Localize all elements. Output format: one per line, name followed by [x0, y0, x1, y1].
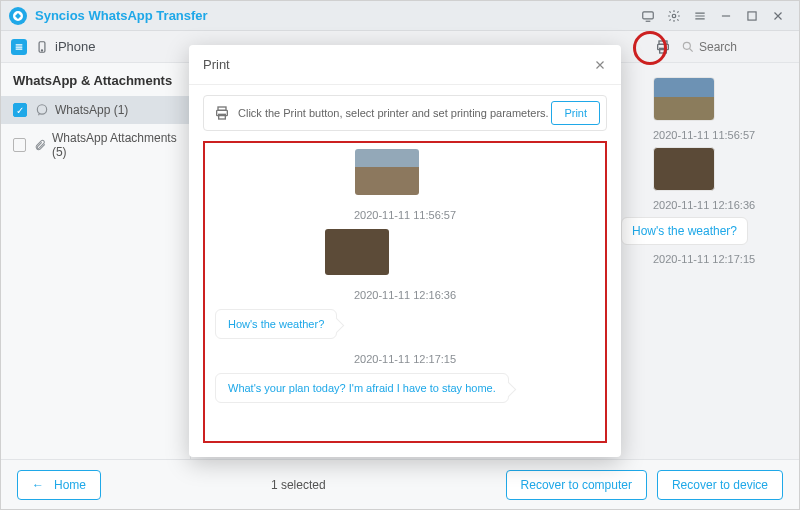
sidebar-item-whatsapp[interactable]: WhatsApp (1) [1, 96, 190, 124]
svg-point-8 [683, 42, 690, 49]
dialog-close-button[interactable] [593, 58, 607, 72]
message-timestamp: 2020-11-11 12:17:15 [215, 353, 595, 365]
app-title: Syncios WhatsApp Transfer [35, 8, 208, 23]
message-bubble: What's your plan today? I'm afraid I hav… [215, 373, 509, 403]
message-image [355, 149, 419, 195]
svg-rect-2 [748, 11, 756, 19]
sidebar-item-label: WhatsApp Attachments (5) [52, 131, 178, 159]
message-image [653, 77, 715, 121]
sidebar-item-label: WhatsApp (1) [55, 103, 128, 117]
message-bubble: How's the weather? [621, 217, 748, 245]
close-icon[interactable] [765, 3, 791, 29]
arrow-left-icon: ← [32, 478, 44, 492]
sidebar: WhatsApp & Attachments WhatsApp (1) What… [1, 63, 191, 461]
checkbox-icon[interactable] [13, 138, 26, 152]
sidebar-section-title: WhatsApp & Attachments [1, 63, 190, 96]
settings-icon[interactable] [661, 3, 687, 29]
svg-rect-0 [643, 11, 654, 18]
maximize-icon[interactable] [739, 3, 765, 29]
sidebar-item-attachments[interactable]: WhatsApp Attachments (5) [1, 124, 190, 166]
printer-icon [214, 105, 230, 121]
device-list-icon[interactable] [11, 39, 27, 55]
search-icon [681, 40, 695, 54]
svg-point-1 [672, 14, 676, 18]
print-tip-bar: Click the Print button, select printer a… [203, 95, 607, 131]
message-timestamp: 2020-11-11 11:56:57 [215, 209, 595, 221]
message-timestamp: 2020-11-11 12:16:36 [653, 199, 799, 211]
message-timestamp: 2020-11-11 12:16:36 [215, 289, 595, 301]
checkbox-icon[interactable] [13, 103, 27, 117]
dialog-title: Print [203, 57, 230, 72]
print-dialog: Print Click the Print button, select pri… [189, 45, 621, 457]
minimize-icon[interactable] [713, 3, 739, 29]
recover-to-device-button[interactable]: Recover to device [657, 470, 783, 500]
message-image [653, 147, 715, 191]
svg-point-4 [41, 49, 42, 50]
search-input[interactable] [699, 40, 789, 54]
whatsapp-icon [35, 103, 49, 117]
home-button[interactable]: ← Home [17, 470, 101, 500]
attachment-icon [34, 138, 46, 152]
titlebar: Syncios WhatsApp Transfer [1, 1, 799, 31]
home-label: Home [54, 478, 86, 492]
search-field[interactable] [681, 40, 789, 54]
message-image [325, 229, 389, 275]
print-confirm-button[interactable]: Print [551, 101, 600, 125]
menu-icon[interactable] [687, 3, 713, 29]
message-timestamp: 2020-11-11 11:56:57 [653, 129, 799, 141]
print-tip-text: Click the Print button, select printer a… [238, 107, 551, 119]
device-name: iPhone [55, 39, 95, 54]
print-button[interactable] [649, 33, 677, 61]
print-preview[interactable]: 2020-11-11 11:56:57 2020-11-11 12:16:36 … [203, 141, 607, 443]
selection-count: 1 selected [101, 478, 496, 492]
dialog-header: Print [189, 45, 621, 85]
footer: ← Home 1 selected Recover to computer Re… [1, 459, 799, 509]
message-bubble: How's the weather? [215, 309, 337, 339]
phone-icon [35, 40, 49, 54]
message-timestamp: 2020-11-11 12:17:15 [653, 253, 799, 265]
recover-to-computer-button[interactable]: Recover to computer [506, 470, 647, 500]
feedback-icon[interactable] [635, 3, 661, 29]
svg-point-9 [37, 105, 46, 114]
app-logo-icon [9, 7, 27, 25]
